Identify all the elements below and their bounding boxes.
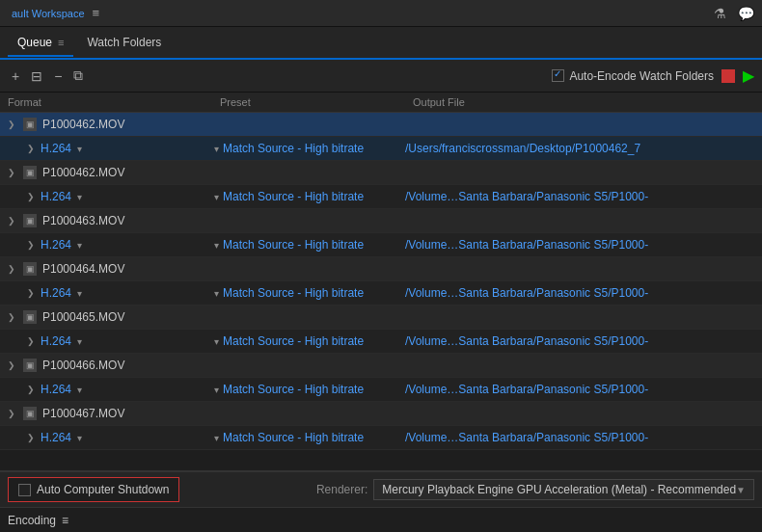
child-output: /Users/franciscrossman/Desktop/P1000462_… [405,142,754,155]
preset-arrow-icon: ▾ [214,336,219,347]
queue-parent-row[interactable]: ❯ ▣ P1000464.MOV [0,257,762,280]
chevron-icon: ❯ [8,360,15,370]
chevron-icon: ❯ [8,168,15,177]
queue-parent-row[interactable]: ❯ ▣ P1000463.MOV [0,209,762,232]
child-chevron-icon: ❯ [27,385,35,394]
format-link[interactable]: H.264 [41,431,71,444]
format-link[interactable]: H.264 [41,238,71,252]
toolbar: + ⊟ − ⧉ Auto-Encode Watch Folders ▶ [0,60,762,93]
tab-queue[interactable]: Queue ≡ [8,30,73,57]
renderer-chevron-icon: ▼ [736,485,746,495]
format-arrow-icon: ▾ [77,192,82,202]
chevron-icon: ❯ [8,120,15,129]
play-button[interactable]: ▶ [743,68,754,84]
queue-parent-row[interactable]: ❯ ▣ P1000465.MOV [0,306,762,329]
child-format: ❯ H.264 ▾ [27,383,212,396]
queue-group: ❯ ▣ P1000467.MOV ❯ H.264 ▾ ▾ Match Sourc… [0,402,762,450]
bottom-bar: Auto Computer Shutdown Renderer: Mercury… [0,470,762,507]
queue-child-row[interactable]: ❯ H.264 ▾ ▾ Match Source - High bitrate … [0,377,762,401]
child-preset: ▾ Match Source - High bitrate [212,238,405,252]
duplicate-button[interactable]: ⧉ [69,66,87,86]
queue-child-row[interactable]: ❯ H.264 ▾ ▾ Match Source - High bitrate … [0,425,762,449]
chevron-icon: ❯ [8,409,15,418]
child-chevron-icon: ❯ [27,240,35,250]
renderer-section: Renderer: Mercury Playback Engine GPU Ac… [316,479,754,500]
preset-link[interactable]: Match Source - High bitrate [223,334,364,348]
queue-filename: P1000466.MOV [42,359,124,372]
list-settings-button[interactable]: ⊟ [27,66,46,86]
col-header-format: Format [8,96,220,108]
format-link[interactable]: H.264 [41,142,71,155]
file-icon: ▣ [23,359,37,372]
child-format: ❯ H.264 ▾ [27,286,212,300]
preset-link[interactable]: Match Source - High bitrate [223,286,364,300]
queue-filename: P1000463.MOV [42,214,124,227]
queue-filename: P1000462.MOV [42,166,124,179]
child-preset: ▾ Match Source - High bitrate [212,286,405,300]
queue-group: ❯ ▣ P1000464.MOV ❯ H.264 ▾ ▾ Match Sourc… [0,257,762,306]
format-arrow-icon: ▾ [77,288,82,299]
queue-parent-row[interactable]: ❯ ▣ P1000462.MOV [0,161,762,184]
child-format: ❯ H.264 ▾ [27,238,212,252]
preset-arrow-icon: ▾ [214,192,219,202]
encoding-icon: ≡ [62,514,68,527]
workspace-label: ault Workspace [12,8,85,19]
add-button[interactable]: + [8,66,23,86]
flask-icon[interactable]: ⚗ [714,6,726,21]
child-chevron-icon: ❯ [27,336,35,346]
tab-watch-folders[interactable]: Watch Folders [77,30,171,55]
preset-arrow-icon: ▾ [214,385,219,395]
format-arrow-icon: ▾ [77,385,82,395]
preset-arrow-icon: ▾ [214,288,219,299]
format-link[interactable]: H.264 [41,334,71,348]
queue-child-row[interactable]: ❯ H.264 ▾ ▾ Match Source - High bitrate … [0,136,762,160]
col-header-output: Output File [413,96,754,108]
child-format: ❯ H.264 ▾ [27,190,212,203]
format-link[interactable]: H.264 [41,190,71,203]
child-output: /Volume…Santa Barbara/Panasonic S5/P1000… [405,238,754,252]
child-chevron-icon: ❯ [27,288,35,298]
auto-encode-label[interactable]: Auto-Encode Watch Folders [552,69,714,83]
preset-arrow-icon: ▾ [214,144,219,154]
preset-link[interactable]: Match Source - High bitrate [223,431,364,444]
preset-link[interactable]: Match Source - High bitrate [223,383,364,396]
queue-parent-row[interactable]: ❯ ▣ P1000466.MOV [0,354,762,377]
auto-encode-checkbox[interactable] [552,69,564,82]
hamburger-icon[interactable]: ≡ [93,6,100,20]
renderer-label: Renderer: [316,483,367,496]
chat-icon[interactable]: 💬 [738,6,754,21]
file-icon: ▣ [23,262,37,276]
queue-child-row[interactable]: ❯ H.264 ▾ ▾ Match Source - High bitrate … [0,280,762,305]
tab-queue-label: Queue [17,36,52,49]
renderer-dropdown[interactable]: Mercury Playback Engine GPU Acceleration… [373,479,754,500]
queue-child-row[interactable]: ❯ H.264 ▾ ▾ Match Source - High bitrate … [0,184,762,208]
format-arrow-icon: ▾ [77,433,82,443]
file-icon: ▣ [23,310,37,324]
chevron-icon: ❯ [8,264,15,274]
queue-child-row[interactable]: ❯ H.264 ▾ ▾ Match Source - High bitrate … [0,232,762,256]
preset-link[interactable]: Match Source - High bitrate [223,190,364,203]
queue-child-row[interactable]: ❯ H.264 ▾ ▾ Match Source - High bitrate … [0,329,762,353]
preset-link[interactable]: Match Source - High bitrate [223,142,364,155]
child-format: ❯ H.264 ▾ [27,431,212,444]
auto-shutdown-checkbox[interactable] [18,484,31,496]
chevron-icon: ❯ [8,312,15,322]
child-chevron-icon: ❯ [27,192,35,201]
queue-group: ❯ ▣ P1000462.MOV ❯ H.264 ▾ ▾ Match Sourc… [0,161,762,209]
queue-parent-row[interactable]: ❯ ▣ P1000467.MOV [0,402,762,425]
tab-bar: Queue ≡ Watch Folders [0,27,762,60]
format-link[interactable]: H.264 [41,286,71,300]
child-output: /Volume…Santa Barbara/Panasonic S5/P1000… [405,383,754,396]
file-icon: ▣ [23,118,37,131]
title-bar: ault Workspace ≡ ⚗ 💬 [0,0,762,27]
preset-link[interactable]: Match Source - High bitrate [223,238,364,252]
auto-shutdown-label: Auto Computer Shutdown [37,483,169,496]
child-preset: ▾ Match Source - High bitrate [212,383,405,396]
remove-button[interactable]: − [50,66,66,86]
format-link[interactable]: H.264 [41,383,71,396]
encoding-label: Encoding [8,514,56,527]
child-preset: ▾ Match Source - High bitrate [212,190,405,203]
queue-parent-row[interactable]: ❯ ▣ P1000462.MOV [0,113,762,136]
stop-button[interactable] [721,69,735,83]
queue-filename: P1000465.MOV [42,310,124,324]
